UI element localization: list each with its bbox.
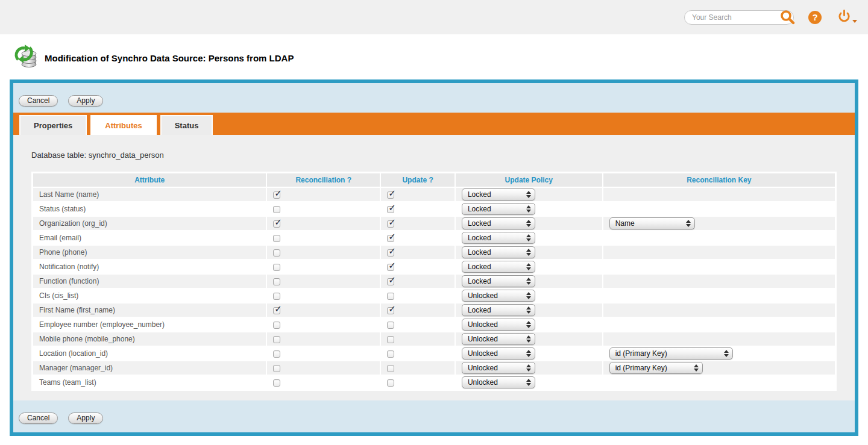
update-checkbox[interactable] [387, 206, 394, 213]
update-policy-select[interactable]: Unlocked [462, 290, 535, 302]
apply-button[interactable]: Apply [68, 412, 103, 424]
reconciliation-checkbox[interactable] [273, 191, 280, 199]
update-policy-select[interactable]: Locked [462, 304, 535, 316]
update-checkbox[interactable] [387, 293, 394, 300]
update-checkbox[interactable] [387, 379, 394, 387]
reconciliation-key-select[interactable]: id (Primary Key) [609, 362, 703, 374]
help-icon[interactable]: ? [808, 11, 822, 24]
update-policy-select[interactable]: Unlocked [462, 362, 535, 374]
select-value: Unlocked [468, 378, 498, 387]
update-policy-cell: Locked [456, 187, 603, 201]
update-checkbox[interactable] [387, 264, 394, 271]
reconciliation-checkbox[interactable] [273, 322, 280, 329]
update-cell [381, 346, 456, 360]
updown-arrows-icon [526, 364, 531, 372]
update-cell [381, 288, 456, 302]
table-row: Phone (phone)Locked [33, 244, 835, 259]
column-header: Reconciliation ? [267, 173, 381, 187]
select-value: Locked [468, 190, 491, 199]
update-checkbox[interactable] [387, 350, 394, 358]
reconciliation-cell [267, 302, 381, 317]
logout-menu[interactable] [837, 9, 857, 25]
search-input[interactable] [684, 10, 794, 25]
reconciliation-checkbox[interactable] [273, 206, 280, 213]
database-table-label: Database table: synchro_data_person [31, 151, 837, 160]
search-icon[interactable] [779, 9, 795, 27]
update-policy-cell: Locked [456, 302, 603, 317]
update-policy-select[interactable]: Unlocked [462, 319, 535, 331]
update-policy-cell: Locked [456, 244, 603, 259]
reconciliation-checkbox[interactable] [273, 264, 280, 271]
update-policy-select[interactable]: Unlocked [462, 376, 535, 388]
reconciliation-checkbox[interactable] [273, 293, 280, 300]
cancel-button[interactable]: Cancel [19, 95, 58, 107]
tab-bar: PropertiesAttributesStatus [13, 113, 855, 135]
update-checkbox[interactable] [387, 220, 394, 228]
tab-attributes[interactable]: Attributes [90, 115, 156, 135]
update-checkbox[interactable] [387, 249, 394, 257]
update-policy-select[interactable]: Locked [462, 275, 535, 287]
attribute-name-cell: Mobile phone (mobile_phone) [33, 331, 267, 346]
reconciliation-cell [267, 375, 381, 389]
reconciliation-key-cell [603, 288, 835, 302]
update-checkbox[interactable] [387, 235, 394, 242]
reconciliation-checkbox[interactable] [273, 278, 280, 285]
update-checkbox[interactable] [387, 307, 394, 314]
update-policy-select[interactable]: Unlocked [462, 347, 535, 359]
update-checkbox[interactable] [387, 322, 394, 329]
select-value: Unlocked [468, 349, 498, 358]
reconciliation-key-cell [603, 331, 835, 346]
attribute-name-cell: Teams (team_list) [33, 375, 267, 389]
update-checkbox[interactable] [387, 278, 394, 285]
update-policy-select[interactable]: Locked [462, 203, 535, 215]
reconciliation-checkbox[interactable] [273, 336, 280, 343]
update-policy-select[interactable]: Locked [462, 246, 535, 258]
reconciliation-checkbox[interactable] [273, 220, 280, 228]
update-policy-select[interactable]: Locked [462, 188, 535, 201]
update-policy-cell: Locked [456, 230, 603, 244]
top-toolbar: Cancel Apply [13, 83, 855, 113]
table-header-row: AttributeReconciliation ?Update ?Update … [33, 173, 835, 187]
update-policy-select[interactable]: Unlocked [462, 333, 535, 345]
tab-status[interactable]: Status [160, 115, 213, 135]
update-policy-select[interactable]: Locked [462, 261, 535, 273]
table-row: Location (location_id)Unlockedid (Primar… [33, 346, 835, 360]
update-policy-select[interactable]: Locked [462, 232, 535, 244]
attribute-name-cell: Employee number (employee_number) [33, 317, 267, 331]
reconciliation-checkbox[interactable] [273, 350, 280, 358]
cancel-button[interactable]: Cancel [19, 412, 58, 424]
table-row: First Name (first_name)Locked [33, 302, 835, 317]
reconciliation-cell [267, 187, 381, 201]
reconciliation-cell [267, 259, 381, 273]
update-policy-cell: Unlocked [456, 288, 603, 302]
reconciliation-cell [267, 288, 381, 302]
select-value: Locked [468, 248, 491, 257]
reconciliation-checkbox[interactable] [273, 307, 280, 314]
attribute-name-cell: Function (function) [33, 273, 267, 288]
update-checkbox[interactable] [387, 365, 394, 372]
updown-arrows-icon [694, 364, 699, 372]
attribute-name-cell: Organization (org_id) [33, 216, 267, 230]
attribute-name-cell: Notification (notify) [33, 259, 267, 273]
reconciliation-checkbox[interactable] [273, 379, 280, 387]
reconciliation-checkbox[interactable] [273, 235, 280, 242]
update-cell [381, 375, 456, 389]
column-header: Attribute [33, 173, 267, 187]
reconciliation-key-select[interactable]: Name [609, 217, 695, 229]
apply-button[interactable]: Apply [68, 95, 103, 107]
update-checkbox[interactable] [387, 336, 394, 343]
reconciliation-key-cell [603, 375, 835, 389]
update-policy-select[interactable]: Locked [462, 217, 535, 229]
update-policy-cell: Unlocked [456, 375, 603, 389]
reconciliation-checkbox[interactable] [273, 249, 280, 257]
update-checkbox[interactable] [387, 191, 394, 199]
reconciliation-cell [267, 216, 381, 230]
tab-properties[interactable]: Properties [19, 115, 87, 135]
reconciliation-key-cell [603, 259, 835, 273]
reconciliation-checkbox[interactable] [273, 365, 280, 372]
reconciliation-key-cell [603, 302, 835, 317]
updown-arrows-icon [526, 379, 531, 386]
update-cell [381, 360, 456, 375]
update-cell [381, 244, 456, 259]
reconciliation-key-select[interactable]: id (Primary Key) [609, 347, 733, 359]
